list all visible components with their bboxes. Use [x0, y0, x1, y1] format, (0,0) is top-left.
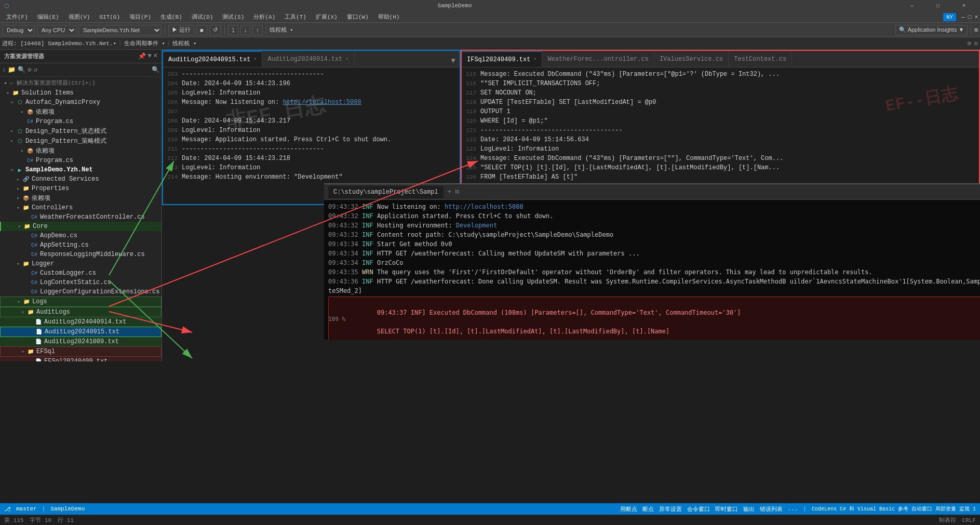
insights-button[interactable]: 🔍 Application Insights ▼	[895, 25, 968, 35]
menu-file[interactable]: 文件(F)	[2, 12, 32, 22]
tree-item-design2[interactable]: ▸ ⬡ Design_Pattern_策略模式	[0, 136, 162, 146]
sb-more[interactable]: ...	[788, 506, 798, 512]
tab-close-icon[interactable]: ×	[533, 57, 536, 62]
tab-audit15[interactable]: AuditLog2024040915.txt ×	[163, 51, 262, 67]
tab-close-icon[interactable]: ×	[253, 57, 257, 62]
maximize-button[interactable]: □	[926, 0, 950, 11]
tree-item-connected[interactable]: ▸ 🔗 Connected Services	[0, 174, 162, 184]
left-editor-scroll-down[interactable]: ▼	[447, 55, 460, 67]
tree-item-controllers[interactable]: ▾ 📁 Controllers	[0, 203, 162, 212]
menu-analyze[interactable]: 分析(A)	[249, 12, 279, 22]
sb-output[interactable]: 输出	[743, 505, 755, 513]
sb-branch[interactable]: master	[16, 506, 37, 512]
sb-new-folder[interactable]: 📁	[8, 66, 16, 74]
menu-git[interactable]: GIT(G)	[95, 13, 124, 21]
sidebar-pin-icon[interactable]: 📌	[138, 52, 146, 60]
tree-item-logcontext[interactable]: C# LogContextStatic.cs	[0, 278, 162, 287]
window-maximize[interactable]: □	[968, 14, 972, 20]
menu-tools[interactable]: 工具(T)	[280, 12, 311, 22]
tree-item-logs[interactable]: ▾ 📁 Logs	[0, 297, 162, 307]
menu-window[interactable]: 窗口(W)	[343, 12, 373, 22]
lifecycle-info[interactable]: 生命周期事件 •	[124, 39, 165, 47]
tree-item-logger[interactable]: ▾ 📁 Logger	[0, 259, 162, 268]
sb2-row[interactable]: 行 11	[58, 516, 74, 524]
layout-icon[interactable]: ⊞	[974, 26, 978, 33]
tree-item-efsql409[interactable]: 📄 EFSql20240409.txt	[0, 357, 162, 361]
sb2-eol[interactable]: CRLF	[962, 517, 976, 523]
user-avatar[interactable]: NY	[943, 13, 956, 21]
sb2-col[interactable]: 字节 10	[30, 516, 51, 524]
step-over[interactable]: ⤵	[228, 25, 238, 35]
process-info[interactable]: 进程: [10468] SampleDemo.Yzh.Net.•	[2, 39, 116, 47]
tree-item-autofac[interactable]: ▾ ⬡ Autofac_DynamicProxy	[0, 98, 162, 107]
solution-label[interactable]: ▸ ↔ 解决方案资源管理器(Ctrl+;)	[0, 77, 162, 88]
tab-efsql409[interactable]: IFSql20240409.txt ×	[462, 51, 542, 67]
sb-breakpoints[interactable]: 断点	[642, 505, 654, 513]
sb-command[interactable]: 会令窗口	[687, 505, 710, 513]
sb-project[interactable]: SampleDemo	[50, 506, 85, 512]
threads-label[interactable]: 线程栈 •	[270, 26, 293, 34]
zoom-indicator[interactable]: 109 %	[328, 315, 345, 324]
sb-refresh-icon[interactable]: ↺	[33, 66, 37, 74]
sb-filter-icon[interactable]: 🔍	[18, 66, 25, 74]
tree-item-appsetting[interactable]: C# AppSetting.cs	[0, 240, 162, 250]
menu-help[interactable]: 帮助(H)	[374, 12, 404, 22]
tree-item-audit14[interactable]: 📄 AuditLog20240409l4.txt	[0, 317, 162, 327]
tree-item-weathercontroller[interactable]: C# WeatherForecastController.cs	[0, 212, 162, 222]
sb-immediate[interactable]: 即时窗口	[715, 505, 738, 513]
sb-codelens[interactable]: CodeLens C# 和 Visual Basic 参考 自动窗口 局部变量 …	[812, 505, 976, 513]
tree-item-deps2[interactable]: ▸ 📦 依赖项	[0, 146, 162, 156]
sidebar-close-icon[interactable]: ×	[154, 52, 157, 60]
window-close[interactable]: ×	[974, 14, 978, 20]
project-select[interactable]: SampleDemo.Yzh.Net	[78, 25, 162, 35]
terminal-split-btn[interactable]: ⊡	[455, 188, 459, 196]
terminal-tab[interactable]: C:\study\sampleProject\Sampl	[328, 186, 444, 198]
tree-item-auditlogs[interactable]: ▾ 📁 AuditLogs	[0, 307, 162, 317]
run-button[interactable]: ▶ 运行	[168, 25, 194, 35]
menu-project[interactable]: 项目(P)	[125, 12, 155, 22]
tree-item-core[interactable]: ▾ 📁 Core	[0, 222, 162, 231]
sb-debug[interactable]: 用断点	[620, 505, 637, 513]
tree-item-efsql[interactable]: ▾ 📁 EFSql	[0, 346, 162, 357]
tree-item-solution[interactable]: ▾ 📁 Solution Items	[0, 88, 162, 98]
menu-extensions[interactable]: 扩展(X)	[312, 12, 342, 22]
tree-item-aopdemo[interactable]: C# AopDemo.cs	[0, 231, 162, 240]
menu-view[interactable]: 视图(V)	[64, 12, 95, 22]
tab-ivalues[interactable]: IValuesService.cs	[654, 51, 729, 67]
tree-item-audit15[interactable]: 📄 AuditLog20240915.txt	[0, 327, 162, 337]
terminal-content[interactable]: 09:43:32 INF Now listening on: http://lo…	[324, 200, 980, 340]
tab-audit14[interactable]: AuditLog20240914.txt ×	[262, 51, 354, 67]
step-into[interactable]: ↓	[240, 25, 251, 35]
tab-testcontext[interactable]: TestContext.cs	[729, 51, 792, 67]
sb-sync-icon[interactable]: ↕	[2, 66, 6, 74]
restart-button[interactable]: ↺	[209, 25, 221, 35]
tree-item-loggerconfig[interactable]: C# LoggerConfigurationExtensions.cs	[0, 287, 162, 297]
sidebar-menu-icon[interactable]: ▼	[148, 52, 152, 60]
tree-item-middleware[interactable]: C# ResponseLoggingMiddleware.cs	[0, 250, 162, 259]
debug-mode-select[interactable]: Debug	[2, 25, 35, 35]
terminal-add-btn[interactable]: +	[448, 189, 451, 196]
tree-item-design1[interactable]: ▸ ⬡ Design_Pattern_状态模式	[0, 126, 162, 136]
menu-edit[interactable]: 编辑(E)	[33, 12, 63, 22]
sb-exceptions[interactable]: 异常设置	[659, 505, 682, 513]
sb2-line[interactable]: 第 115	[4, 516, 23, 524]
window-minimize[interactable]: —	[961, 14, 965, 20]
tab-weathercontroller[interactable]: WeatherForec...ontroller.cs	[542, 51, 654, 67]
tree-item-deps1[interactable]: ▸ 📦 依赖项	[0, 107, 162, 117]
menu-debug[interactable]: 调试(D)	[187, 12, 218, 22]
tree-item-sampledemo[interactable]: ▾ ▶ SampleDemo.Yzh.Net	[0, 165, 162, 174]
sb-errors[interactable]: 错误列表	[760, 505, 783, 513]
tree-item-properties[interactable]: ▸ 📁 Properties	[0, 184, 162, 193]
localhost-link[interactable]: http://localhost:5088	[283, 99, 361, 106]
stop-button[interactable]: ■	[196, 25, 207, 35]
menu-test[interactable]: 测试(S)	[218, 12, 248, 22]
tree-item-audit09[interactable]: 📄 AuditLog20241009.txt	[0, 337, 162, 346]
tab-close-icon[interactable]: ×	[345, 57, 348, 62]
step-out[interactable]: ↑	[252, 25, 263, 35]
tree-item-prog2[interactable]: C# Program.cs	[0, 156, 162, 165]
tree-item-deps3[interactable]: ▸ 📦 依赖项	[0, 193, 162, 203]
sb-search-icon[interactable]: 🔍	[152, 66, 159, 74]
sb2-encoding[interactable]: 制表符	[939, 516, 956, 524]
close-button[interactable]: ×	[952, 0, 976, 11]
sb-props-icon[interactable]: ⚙	[28, 66, 31, 74]
